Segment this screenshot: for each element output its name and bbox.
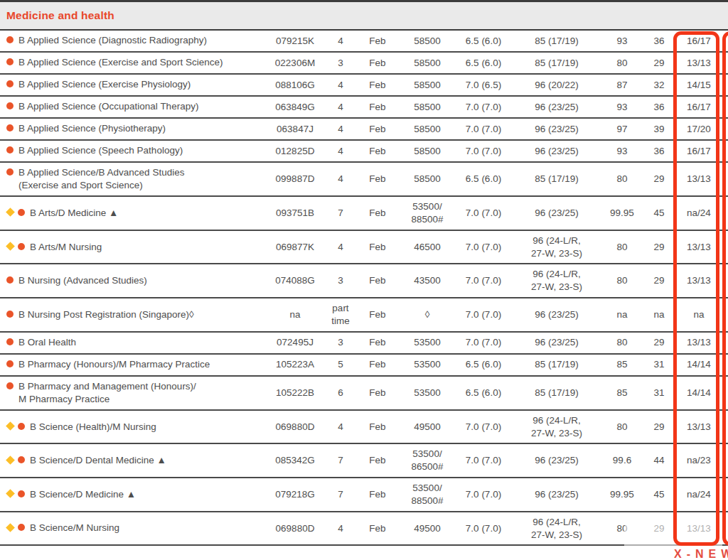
cell-fee: 53500	[398, 336, 456, 349]
cell-rank: 80	[603, 57, 641, 70]
cell-rank: 99.95	[603, 488, 641, 501]
table-row: B Arts/M Nursing 069877K 4 Feb 46500 7.0…	[0, 231, 728, 265]
row-markers	[6, 276, 14, 284]
dot-icon	[6, 146, 14, 154]
cell-duration: 4	[324, 173, 357, 185]
course-name: B Arts/D Medicine ▲	[30, 207, 118, 220]
course-name-cell: B Applied Science (Occupational Therapy)	[0, 100, 266, 113]
cell-highlight: 13/13	[677, 173, 721, 185]
dot-icon	[18, 524, 25, 531]
table-row: B Nursing (Advanced Studies) 074088G 3 F…	[0, 264, 728, 298]
cell-fee: 53500/ 86500#	[398, 448, 456, 473]
course-name-cell: B Science/D Medicine ▲	[0, 488, 266, 501]
cell-ib: 36	[641, 35, 677, 48]
cell-code: na	[266, 308, 324, 321]
cell-toefl: 96 (24-L/R, 27-W, 23-S)	[510, 235, 603, 260]
watermark-text: X-NEW	[674, 548, 728, 560]
cell-code: 022306M	[266, 57, 324, 70]
cell-toefl: 96 (20/22)	[510, 79, 603, 92]
cell-intake: Feb	[357, 241, 398, 254]
cell-ielts: 6.5 (6.0)	[456, 35, 510, 48]
cell-intake: Feb	[357, 35, 398, 48]
cell-highlight: 14/14	[677, 387, 721, 399]
cell-code: 079218G	[266, 488, 324, 501]
course-name-cell: B Applied Science (Exercise and Sport Sc…	[0, 56, 266, 69]
dot-icon	[18, 456, 25, 463]
row-markers	[6, 423, 25, 430]
diamond-icon	[6, 523, 15, 532]
cell-highlight: 14/14	[677, 358, 721, 371]
table-row: B Science/D Dental Medicine ▲ 085342G 7 …	[0, 444, 728, 478]
cell-ib: 32	[641, 79, 677, 92]
cell-duration: 4	[324, 145, 357, 158]
table-row: B Applied Science (Diagnostic Radiograph…	[0, 31, 728, 53]
cell-ielts: 7.0 (7.0)	[456, 101, 510, 114]
table-row: B Oral Health 072495J 3 Feb 53500 7.0 (7…	[0, 333, 728, 355]
row-markers	[6, 243, 25, 250]
cell-intake: Feb	[357, 79, 398, 92]
row-markers	[6, 146, 14, 154]
course-name: B Nursing (Advanced Studies)	[18, 274, 147, 287]
cell-ib: 36	[641, 145, 677, 158]
diamond-icon	[6, 242, 15, 251]
cell-ielts: 7.0 (7.0)	[456, 488, 510, 501]
course-table-body: B Applied Science (Diagnostic Radiograph…	[0, 31, 728, 546]
cell-fee: 49500	[398, 522, 456, 535]
diamond-icon	[6, 489, 15, 498]
cell-rank: 87	[603, 79, 641, 92]
cell-ielts: 7.0 (7.0)	[456, 522, 510, 535]
course-name-cell: B Applied Science/B Advanced Studies (Ex…	[0, 166, 266, 192]
cell-intake: Feb	[357, 207, 398, 220]
course-name-cell: B Applied Science (Physiotherapy)	[0, 122, 266, 135]
cell-fee: 58500	[398, 57, 456, 70]
dot-icon	[6, 58, 14, 65]
cell-code: 069880D	[266, 421, 324, 434]
section-title: Medicine and health	[6, 9, 114, 22]
cell-duration: 7	[324, 488, 357, 501]
cell-code: 072495J	[266, 336, 324, 349]
cell-toefl: 85 (17/19)	[510, 358, 603, 371]
table-row: B Arts/D Medicine ▲ 093751B 7 Feb 53500/…	[0, 197, 728, 231]
cell-highlight: 14/15	[677, 79, 721, 92]
cell-duration: 4	[324, 241, 357, 254]
table-row: B Applied Science (Exercise Physiology) …	[0, 75, 728, 97]
section-header-band: Medicine and health	[0, 2, 728, 31]
table-row: B Science/M Nursing 069880D 4 Feb 49500 …	[0, 512, 728, 546]
cell-code: 063847J	[266, 123, 324, 136]
cell-fee: 43500	[398, 274, 456, 287]
course-name: B Science/D Dental Medicine ▲	[30, 454, 166, 467]
row-markers	[6, 209, 25, 216]
cell-ib: na	[641, 308, 677, 321]
cell-ielts: 6.5 (6.0)	[456, 57, 510, 70]
cell-rank: 80	[603, 241, 641, 254]
cell-duration: part time	[324, 302, 357, 328]
cell-rank: 93	[603, 101, 641, 114]
cell-code: 088106G	[266, 79, 324, 92]
cell-intake: Feb	[357, 173, 398, 185]
cell-duration: 3	[324, 57, 357, 70]
dot-icon	[6, 276, 14, 284]
cell-ib: 29	[641, 421, 677, 434]
course-name: B Applied Science (Occupational Therapy)	[18, 100, 198, 113]
cell-rank: 80	[603, 336, 641, 349]
cell-ib: 44	[641, 454, 677, 467]
cell-ielts: 7.0 (7.0)	[456, 145, 510, 158]
cell-fee: 53500/ 88500#	[398, 200, 456, 226]
course-name: B Applied Science (Exercise Physiology)	[18, 78, 191, 91]
cell-ib: 29	[641, 57, 677, 70]
cell-code: 105222B	[266, 387, 324, 399]
table-row: B Pharmacy (Honours)/M Pharmacy Practice…	[0, 355, 728, 377]
cell-code: 085342G	[266, 454, 324, 467]
cell-fee: 58500	[398, 145, 456, 158]
cell-ielts: 7.0 (6.5)	[456, 79, 510, 92]
cell-intake: Feb	[357, 145, 398, 158]
cell-duration: 7	[324, 454, 357, 467]
cell-code: 074088G	[266, 274, 324, 287]
cell-duration: 3	[324, 336, 357, 349]
cell-ib: 45	[641, 488, 677, 501]
row-markers	[6, 36, 14, 43]
cell-duration: 7	[324, 207, 357, 220]
cell-highlight: 16/17	[677, 145, 721, 158]
course-name: B Science/D Medicine ▲	[30, 488, 136, 501]
cell-rank: 97	[603, 123, 641, 136]
